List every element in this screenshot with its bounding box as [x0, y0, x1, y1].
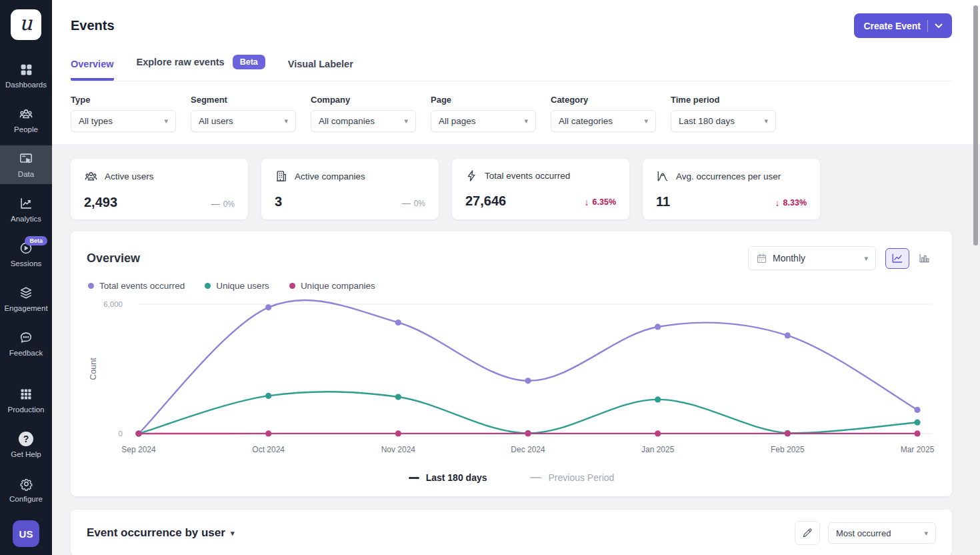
data-icon	[19, 151, 33, 166]
stat-change-value: 0%	[223, 199, 235, 209]
tab-visual-labeler[interactable]: Visual Labeler	[288, 59, 353, 81]
sidebar-item-label: Feedback	[9, 349, 43, 357]
sidebar: u Dashboards People	[0, 0, 52, 555]
engagement-layers-icon	[19, 286, 33, 300]
svg-text:Oct 2024: Oct 2024	[252, 445, 285, 454]
tab-overview[interactable]: Overview	[71, 59, 114, 81]
filter-segment: Segment All users ▾	[191, 95, 296, 132]
vertical-scrollbar[interactable]	[973, 5, 978, 245]
chevron-down-icon: ▾	[924, 529, 928, 538]
stat-card-value: 2,493	[84, 195, 117, 210]
app-logo[interactable]: u	[11, 9, 41, 40]
select-value: All types	[79, 116, 113, 126]
down-arrow-icon: ↓	[775, 197, 780, 208]
select-value: All pages	[439, 116, 476, 126]
chevron-down-icon: ▾	[644, 117, 648, 125]
svg-text:Mar 2025: Mar 2025	[901, 445, 935, 454]
granularity-select[interactable]: Monthly ▾	[748, 246, 876, 270]
stat-change-value: 0%	[414, 199, 425, 208]
sort-select[interactable]: Most occurred ▾	[828, 522, 936, 544]
chevron-down-icon: ▾	[284, 117, 288, 125]
legend-dot	[289, 283, 295, 289]
stat-card-avg-occurrences: Avg. occurrences per user 11 ↓ 8.33%	[643, 159, 820, 219]
legend-item-unique-companies[interactable]: Unique companies	[289, 281, 375, 291]
section-title: Event occurrence by user	[87, 526, 225, 540]
filter-label: Time period	[671, 95, 776, 105]
stat-change-value: 8.33%	[783, 198, 807, 207]
chevron-down-icon: ▾	[524, 117, 528, 125]
chevron-down-icon: ▾	[164, 117, 168, 125]
legend-item-total-events[interactable]: Total events occurred	[88, 281, 185, 291]
content-area: Active users 2,493 — 0%	[52, 144, 980, 555]
sidebar-item-sessions[interactable]: Beta Sessions	[0, 235, 52, 273]
flat-trend-icon: —	[402, 198, 411, 208]
stat-card-change: — 0%	[402, 198, 425, 208]
logo-glyph: u	[19, 13, 32, 33]
sidebar-item-feedback[interactable]: Feedback	[0, 324, 52, 363]
page-select[interactable]: All pages ▾	[431, 110, 536, 132]
page-title: Events	[71, 18, 115, 33]
sidebar-item-label: Sessions	[11, 259, 42, 267]
filter-label: Type	[71, 95, 176, 105]
overview-title: Overview	[87, 251, 140, 265]
select-value: Most occurred	[836, 528, 891, 538]
sidebar-item-people[interactable]: People	[0, 101, 52, 139]
create-event-button[interactable]: Create Event	[854, 13, 952, 38]
edit-button[interactable]	[795, 521, 820, 545]
sidebar-item-dashboards[interactable]: Dashboards	[0, 56, 52, 95]
tab-label: Visual Labeler	[288, 59, 353, 69]
stat-card-change: ↓ 8.33%	[775, 197, 807, 208]
type-select[interactable]: All types ▾	[71, 110, 176, 132]
chevron-down-icon: ▾	[231, 529, 235, 538]
sidebar-item-analytics[interactable]: Analytics	[0, 190, 52, 229]
time-period-select[interactable]: Last 180 days ▾	[671, 110, 776, 132]
active-users-icon	[84, 169, 98, 183]
stat-card-total-events: Total events occurred 27,646 ↓ 6.35%	[452, 159, 629, 219]
sidebar-item-label: People	[14, 125, 38, 133]
category-select[interactable]: All categories ▾	[551, 110, 656, 132]
event-occurrence-title[interactable]: Event occurrence by user ▾	[87, 526, 234, 540]
event-occurrence-panel: Event occurrence by user ▾ Most occurred…	[71, 510, 952, 555]
legend-previous-period: Previous Period	[530, 472, 615, 483]
dashboards-icon	[19, 62, 33, 77]
line-chart-toggle-button[interactable]	[885, 248, 909, 269]
sidebar-item-label: Engagement	[4, 304, 47, 312]
sidebar-item-label: Configure	[9, 495, 43, 503]
sidebar-item-label: Data	[18, 170, 34, 178]
filter-label: Segment	[191, 95, 296, 105]
svg-text:6,000: 6,000	[103, 300, 123, 308]
svg-text:Feb 2025: Feb 2025	[771, 445, 805, 454]
overview-panel: Overview Monthly ▾	[71, 231, 952, 496]
svg-text:0: 0	[119, 430, 123, 438]
company-select[interactable]: All companies ▾	[311, 110, 416, 132]
filter-time-period: Time period Last 180 days ▾	[671, 95, 776, 132]
sidebar-item-data[interactable]: Data	[0, 145, 52, 184]
legend-item-unique-users[interactable]: Unique users	[205, 281, 269, 291]
tab-bar: Overview Explore raw events Beta Visual …	[71, 55, 952, 81]
legend-label: Total events occurred	[99, 281, 185, 291]
granularity-value: Monthly	[773, 253, 859, 263]
chevron-down-icon: ▾	[404, 117, 408, 125]
filter-type: Type All types ▾	[71, 95, 176, 132]
filter-page: Page All pages ▾	[431, 95, 536, 132]
pencil-icon	[801, 527, 813, 539]
distribution-curve-icon	[656, 169, 669, 183]
sidebar-item-get-help[interactable]: ? Get Help	[0, 426, 52, 464]
select-value: All companies	[319, 116, 375, 126]
segment-select[interactable]: All users ▾	[191, 110, 296, 132]
sidebar-item-configure[interactable]: Configure	[0, 470, 52, 509]
sidebar-item-engagement[interactable]: Engagement	[0, 280, 52, 318]
bar-chart-toggle-button[interactable]	[912, 248, 936, 269]
tab-explore-raw-events[interactable]: Explore raw events Beta	[137, 55, 265, 81]
create-event-label: Create Event	[863, 21, 921, 31]
sidebar-item-label: Dashboards	[5, 81, 47, 89]
stat-card-value: 27,646	[465, 193, 506, 209]
svg-text:Dec 2024: Dec 2024	[511, 445, 545, 454]
feedback-chat-icon	[19, 330, 33, 345]
chevron-down-icon[interactable]	[935, 23, 943, 29]
filter-label: Category	[551, 95, 656, 105]
help-icon: ?	[19, 432, 33, 446]
stat-card-active-users: Active users 2,493 — 0%	[71, 159, 248, 219]
user-avatar[interactable]: US	[13, 520, 39, 547]
sidebar-item-production[interactable]: Production	[0, 381, 52, 420]
